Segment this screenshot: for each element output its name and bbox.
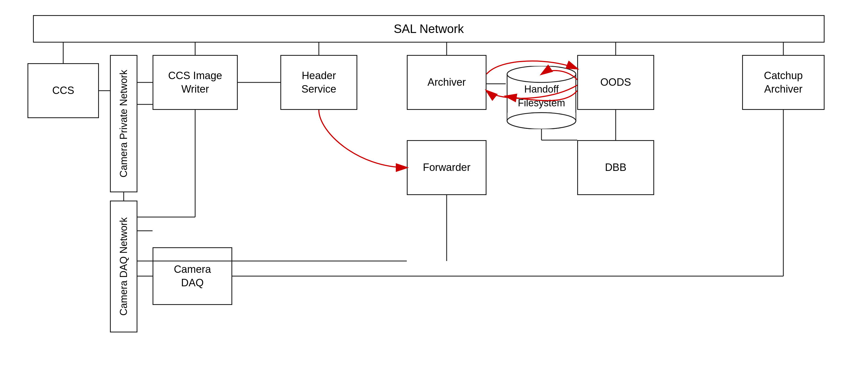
forwarder-box: Forwarder	[407, 140, 487, 195]
oods-box: OODS	[577, 55, 654, 110]
diagram-container: SAL Network CCS Camera Private Network C…	[0, 0, 868, 372]
camera-daq-box: Camera DAQ	[153, 247, 232, 305]
svg-point-4	[507, 113, 576, 129]
ccs-box: CCS	[28, 63, 99, 118]
ccs-image-writer-box: CCS Image Writer	[153, 55, 238, 110]
header-service-box: Header Service	[280, 55, 357, 110]
catchup-archiver-box: Catchup Archiver	[742, 55, 825, 110]
camera-private-network-box: Camera Private Network	[110, 55, 137, 192]
svg-point-1	[507, 66, 576, 83]
camera-daq-network-box: Camera DAQ Network	[110, 200, 137, 333]
archiver-box: Archiver	[407, 55, 487, 110]
handoff-filesystem-box: HandoffFilesystem	[506, 66, 577, 129]
sal-network-box: SAL Network	[33, 15, 825, 42]
dbb-box: DBB	[577, 140, 654, 195]
